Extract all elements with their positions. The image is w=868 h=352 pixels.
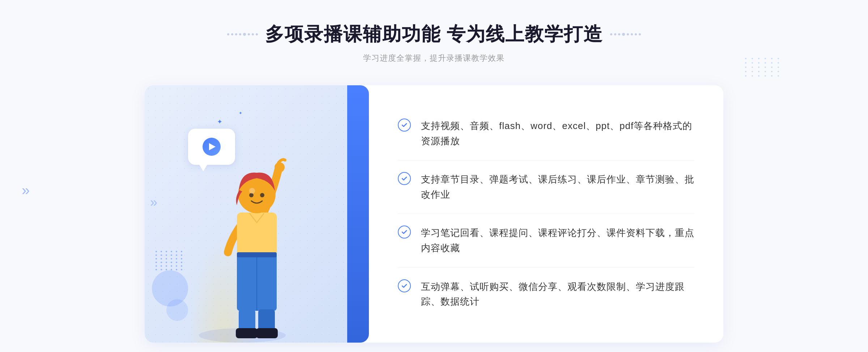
check-icon-2: [401, 175, 408, 182]
svg-point-4: [249, 193, 254, 197]
check-icon-3: [401, 228, 408, 236]
title-decoration-right: [610, 33, 641, 36]
svg-rect-11: [236, 328, 258, 338]
subtitle: 学习进度全掌握，提升录播课教学效果: [227, 53, 641, 64]
svg-rect-13: [237, 252, 277, 257]
blue-accent-bar: [347, 85, 369, 343]
svg-rect-12: [256, 328, 278, 338]
character-illustration: [166, 133, 318, 343]
svg-rect-2: [237, 213, 277, 256]
title-row: 多项录播课辅助功能 专为线上教学打造: [227, 22, 641, 47]
feature-item-1: 支持视频、音频、flash、word、excel、ppt、pdf等各种格式的资源…: [398, 107, 694, 160]
svg-rect-9: [239, 309, 255, 331]
svg-rect-10: [258, 309, 275, 331]
feature-text-4: 互动弹幕、试听购买、微信分享、观看次数限制、学习进度跟踪、数据统计: [421, 279, 694, 309]
sparkle-2: ✦: [239, 111, 242, 116]
feature-text-2: 支持章节目录、弹题考试、课后练习、课后作业、章节测验、批改作业: [421, 172, 694, 202]
svg-point-1: [275, 162, 285, 172]
feature-text-1: 支持视频、音频、flash、word、excel、ppt、pdf等各种格式的资源…: [421, 119, 694, 149]
feature-item-2: 支持章节目录、弹题考试、课后练习、课后作业、章节测验、批改作业: [398, 160, 694, 214]
check-circle-4: [398, 279, 411, 292]
feature-item-3: 学习笔记回看、课程提问、课程评论打分、课件资料下载，重点内容收藏: [398, 214, 694, 267]
dots-pattern-right: [745, 58, 781, 77]
feature-text-3: 学习笔记回看、课程提问、课程评论打分、课件资料下载，重点内容收藏: [421, 226, 694, 256]
chevron-left-decoration: »: [150, 195, 157, 233]
features-panel: 支持视频、音频、flash、word、excel、ppt、pdf等各种格式的资源…: [369, 85, 723, 343]
sparkle-1: ✦: [217, 118, 222, 126]
check-circle-1: [398, 119, 411, 132]
illustration-panel: ✦ ✦: [145, 85, 369, 343]
svg-point-5: [260, 193, 264, 197]
content-area: ✦ ✦: [145, 85, 723, 343]
svg-point-6: [249, 188, 255, 194]
check-icon-4: [401, 282, 408, 289]
check-icon-1: [401, 121, 408, 129]
main-title: 多项录播课辅助功能 专为线上教学打造: [265, 22, 603, 47]
title-decoration-left: [227, 33, 258, 36]
header-section: 多项录播课辅助功能 专为线上教学打造 学习进度全掌握，提升录播课教学效果: [227, 22, 641, 64]
feature-item-4: 互动弹幕、试听购买、微信分享、观看次数限制、学习进度跟踪、数据统计: [398, 268, 694, 321]
check-circle-3: [398, 226, 411, 239]
outer-chevron-decoration: »: [22, 182, 30, 198]
check-circle-2: [398, 172, 411, 185]
page-wrapper: » 多项录播课辅助功能 专为线上教学打造 学习进度全掌握，提升录播课教学: [0, 0, 868, 352]
